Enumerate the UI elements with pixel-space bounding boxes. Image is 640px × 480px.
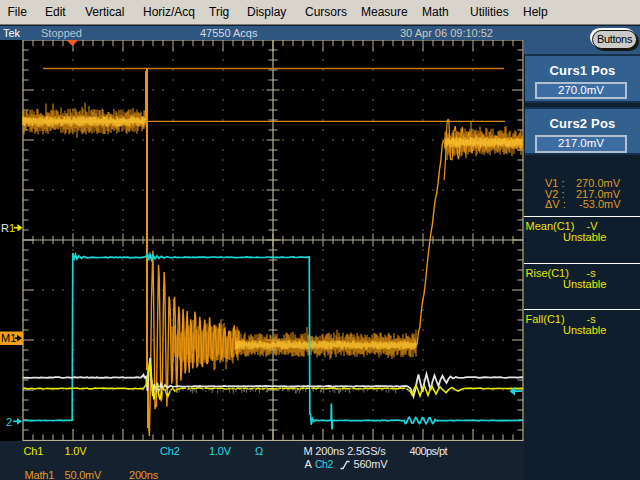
svg-text:R1: R1	[1, 222, 15, 234]
svg-text:M1: M1	[1, 332, 16, 344]
svg-text:2: 2	[6, 416, 12, 428]
